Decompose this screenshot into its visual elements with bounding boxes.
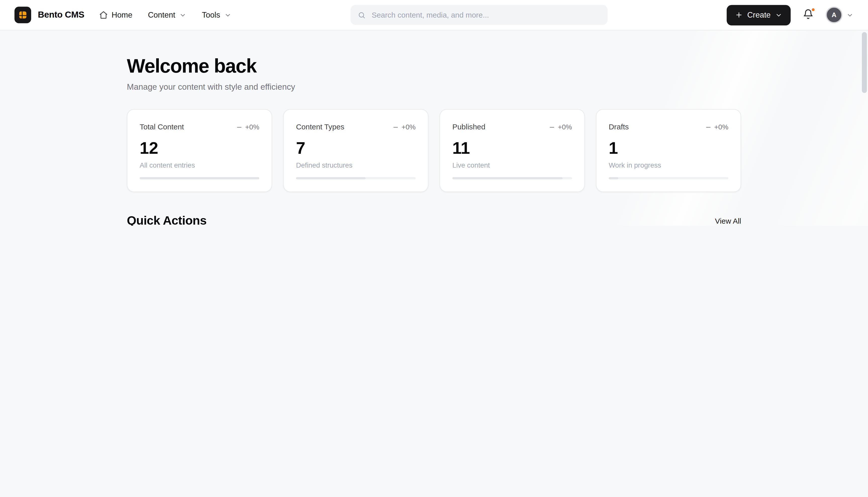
main-nav: Home Content Tools [99,11,231,19]
notifications-button[interactable] [801,6,816,23]
quick-actions-title: Quick Actions [127,213,207,226]
chevron-down-icon [775,11,782,18]
stat-header: Total Content +0% [140,123,259,131]
stat-trend: +0% [236,123,259,131]
minus-icon [392,124,399,130]
stat-header: Published +0% [452,123,572,131]
stat-header: Drafts +0% [609,123,728,131]
stat-card-drafts: Drafts +0% 1 Work in progress [596,109,741,192]
notification-dot [811,7,816,12]
stat-header: Content Types +0% [296,123,416,131]
stat-label: Published [452,123,485,131]
stat-value: 7 [296,139,416,158]
stat-card-published: Published +0% 11 Live content [440,109,585,192]
stat-value: 11 [452,139,572,158]
main-content: Welcome back Manage your content with st… [127,30,741,226]
minus-icon [548,124,555,130]
nav-item-label: Content [148,11,175,19]
chevron-down-icon [179,11,186,18]
stat-caption: Live content [452,161,572,170]
stat-label: Content Types [296,123,344,131]
stat-card-total-content: Total Content +0% 12 All content entries [127,109,272,192]
quick-actions-view-all-button[interactable]: View All [715,217,741,225]
stat-trend: +0% [392,123,416,131]
search-icon [358,11,366,19]
home-icon [99,11,108,19]
page-title: Welcome back [127,55,741,77]
stat-progress-fill [140,177,259,180]
stat-progress-fill [609,177,618,180]
chevron-down-icon [846,11,854,18]
plus-icon [735,11,743,19]
stat-caption: Work in progress [609,161,728,170]
stat-label: Drafts [609,123,629,131]
stat-caption: Defined structures [296,161,416,170]
stat-value: 1 [609,139,728,158]
navbar: Bento CMS Home Content Tools Create [0,0,868,30]
bento-logo-icon [15,6,31,23]
nav-item-label: Tools [202,11,220,19]
brand[interactable]: Bento CMS [15,6,84,23]
create-button[interactable]: Create [727,5,791,25]
minus-icon [236,124,242,130]
search-box[interactable] [350,5,608,25]
chevron-down-icon [224,11,231,18]
brand-name: Bento CMS [38,10,84,20]
stat-progress-track [452,177,572,180]
stat-trend: +0% [548,123,572,131]
minus-icon [705,124,711,130]
stat-progress-track [140,177,259,180]
stat-card-content-types: Content Types +0% 7 Defined structures [283,109,428,192]
avatar: A [826,6,842,23]
search-input[interactable] [371,10,600,19]
stats-grid: Total Content +0% 12 All content entries… [127,109,741,192]
stat-progress-track [296,177,416,180]
stat-trend: +0% [705,123,728,131]
stat-value: 12 [140,139,259,158]
stat-trend-value: +0% [714,123,728,131]
create-button-label: Create [747,11,770,19]
nav-item-content[interactable]: Content [148,11,186,19]
app-root: Bento CMS Home Content Tools Create [0,0,868,226]
navbar-actions: Create A [727,5,854,25]
stat-progress-track [609,177,728,180]
stat-label: Total Content [140,123,184,131]
stat-trend-value: +0% [558,123,572,131]
user-menu[interactable]: A [826,6,854,23]
nav-item-tools[interactable]: Tools [202,11,231,19]
stat-trend-value: +0% [402,123,416,131]
nav-item-label: Home [112,11,132,19]
stat-progress-fill [296,177,366,180]
quick-actions-header: Quick Actions View All [127,213,741,226]
page-subtitle: Manage your content with style and effic… [127,81,741,93]
stat-trend-value: +0% [245,123,259,131]
stat-caption: All content entries [140,161,259,170]
nav-item-home[interactable]: Home [99,11,132,19]
stat-progress-fill [452,177,563,180]
scrollbar[interactable] [862,32,867,93]
